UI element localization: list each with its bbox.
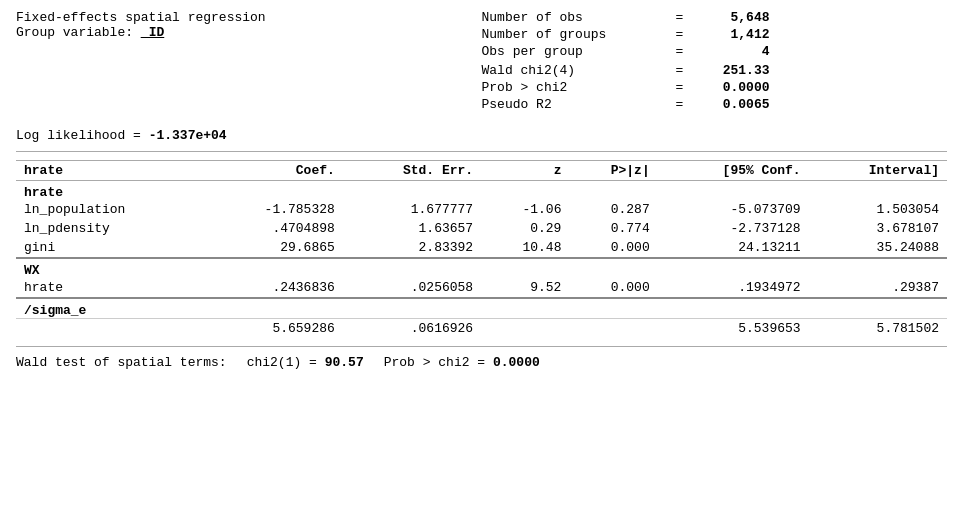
stat-eq-1: =	[676, 27, 696, 42]
stat-eq-4: =	[676, 63, 696, 78]
header-row: hrate Coef. Std. Err. z P>|z| [95% Conf.…	[16, 161, 947, 181]
group-var-label: Group variable:	[16, 25, 133, 40]
cell-2-0-5: 5.539653	[658, 319, 809, 339]
stat-row-0: Number of obs = 5,648	[482, 10, 948, 25]
wald-chi2-eq: =	[309, 355, 325, 370]
top-section: Fixed-effects spatial regression Group v…	[16, 10, 947, 114]
stat-eq-0: =	[676, 10, 696, 25]
cell-2-0-3	[481, 319, 569, 339]
table-row: gini29.68652.8339210.480.00024.1321135.2…	[16, 238, 947, 258]
col-header-z: z	[481, 161, 569, 181]
col-header-ci-low: [95% Conf.	[658, 161, 809, 181]
stat-val-1: 1,412	[700, 27, 770, 42]
cell-2-0-6: 5.781502	[809, 319, 947, 339]
stat-label-0: Number of obs	[482, 10, 672, 25]
section-header-2: /sigma_e	[16, 298, 947, 319]
cell-0-1-5: -2.737128	[658, 219, 809, 238]
stat-label-1: Number of groups	[482, 27, 672, 42]
cell-0-0-5: -5.073709	[658, 200, 809, 219]
col-header-depvar: hrate	[16, 161, 204, 181]
log-likelihood-label: Log likelihood	[16, 128, 125, 143]
wald-test-chi2: chi2(1) = 90.57	[247, 355, 364, 370]
cell-0-1-1: .4704898	[204, 219, 342, 238]
cell-1-0-6: .29387	[809, 278, 947, 298]
stat-row-5: Prob > chi2 = 0.0000	[482, 80, 948, 95]
stat-row-1: Number of groups = 1,412	[482, 27, 948, 42]
cell-0-0-1: -1.785328	[204, 200, 342, 219]
cell-0-0-4: 0.287	[569, 200, 657, 219]
section-name-2: /sigma_e	[16, 298, 947, 319]
wald-prob-label: Prob > chi2	[384, 355, 470, 370]
cell-2-0-0	[16, 319, 204, 339]
col-header-ci-high: Interval]	[809, 161, 947, 181]
cell-0-2-6: 35.24088	[809, 238, 947, 258]
col-header-coef: Coef.	[204, 161, 342, 181]
cell-0-1-2: 1.63657	[343, 219, 481, 238]
cell-0-1-3: 0.29	[481, 219, 569, 238]
wald-test-label: Wald test of spatial terms:	[16, 355, 227, 370]
top-left: Fixed-effects spatial regression Group v…	[16, 10, 482, 114]
cell-0-1-0: ln_pdensity	[16, 219, 204, 238]
section-name-1: WX	[16, 258, 947, 278]
cell-0-1-4: 0.774	[569, 219, 657, 238]
cell-0-2-3: 10.48	[481, 238, 569, 258]
wald-prob-eq: =	[477, 355, 493, 370]
cell-0-2-1: 29.6865	[204, 238, 342, 258]
cell-1-0-4: 0.000	[569, 278, 657, 298]
top-divider	[16, 151, 947, 152]
stat-val-5: 0.0000	[700, 80, 770, 95]
section-header-1: WX	[16, 258, 947, 278]
stats-rows: Number of obs = 5,648 Number of groups =…	[482, 10, 948, 112]
cell-0-0-2: 1.677777	[343, 200, 481, 219]
wald-prob-val: 0.0000	[493, 355, 540, 370]
log-likelihood-line: Log likelihood = -1.337e+04	[16, 128, 947, 143]
regression-title: Fixed-effects spatial regression	[16, 10, 482, 25]
stat-eq-6: =	[676, 97, 696, 112]
group-var-value: _ID	[141, 25, 164, 40]
table-row: ln_population-1.7853281.677777-1.060.287…	[16, 200, 947, 219]
table-header: hrate Coef. Std. Err. z P>|z| [95% Conf.…	[16, 161, 947, 181]
table-body: hrateln_population-1.7853281.677777-1.06…	[16, 181, 947, 339]
wald-test-line: Wald test of spatial terms: chi2(1) = 90…	[16, 355, 947, 370]
cell-0-2-4: 0.000	[569, 238, 657, 258]
log-likelihood-eq: =	[133, 128, 141, 143]
table-row: ln_pdensity.47048981.636570.290.774-2.73…	[16, 219, 947, 238]
top-right-stats: Number of obs = 5,648 Number of groups =…	[482, 10, 948, 114]
cell-0-2-2: 2.83392	[343, 238, 481, 258]
wald-test-prob: Prob > chi2 = 0.0000	[384, 355, 540, 370]
cell-1-0-1: .2436836	[204, 278, 342, 298]
stat-row-4: Wald chi2(4) = 251.33	[482, 63, 948, 78]
cell-0-2-0: gini	[16, 238, 204, 258]
cell-0-0-6: 1.503054	[809, 200, 947, 219]
cell-2-0-1: 5.659286	[204, 319, 342, 339]
stat-eq-2: =	[676, 44, 696, 59]
section-name-0: hrate	[16, 181, 947, 201]
cell-1-0-2: .0256058	[343, 278, 481, 298]
stat-eq-5: =	[676, 80, 696, 95]
cell-0-0-3: -1.06	[481, 200, 569, 219]
col-header-se: Std. Err.	[343, 161, 481, 181]
col-header-p: P>|z|	[569, 161, 657, 181]
section-header-0: hrate	[16, 181, 947, 201]
stat-label-4: Wald chi2(4)	[482, 63, 672, 78]
stat-label-5: Prob > chi2	[482, 80, 672, 95]
stat-label-6: Pseudo R2	[482, 97, 672, 112]
stat-val-2: 4	[700, 44, 770, 59]
stat-val-0: 5,648	[700, 10, 770, 25]
bottom-divider	[16, 346, 947, 347]
cell-2-0-2: .0616926	[343, 319, 481, 339]
stat-row-6: Pseudo R2 = 0.0065	[482, 97, 948, 112]
wald-chi2-label: chi2(1)	[247, 355, 302, 370]
stat-label-2: Obs per group	[482, 44, 672, 59]
cell-1-0-5: .1934972	[658, 278, 809, 298]
group-var-line: Group variable: _ID	[16, 25, 482, 40]
cell-0-0-0: ln_population	[16, 200, 204, 219]
cell-2-0-4	[569, 319, 657, 339]
wald-chi2-val: 90.57	[325, 355, 364, 370]
regression-table: hrate Coef. Std. Err. z P>|z| [95% Conf.…	[16, 160, 947, 338]
table-row: 5.659286.06169265.5396535.781502	[16, 319, 947, 339]
cell-1-0-3: 9.52	[481, 278, 569, 298]
stat-val-6: 0.0065	[700, 97, 770, 112]
stat-row-2: Obs per group = 4	[482, 44, 948, 59]
cell-0-1-6: 3.678107	[809, 219, 947, 238]
